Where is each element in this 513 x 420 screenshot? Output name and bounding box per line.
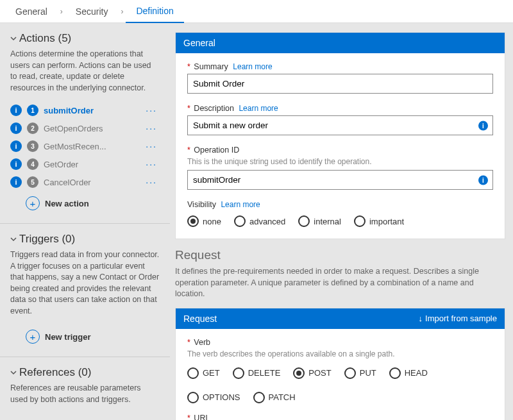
verb-label: * Verb: [187, 338, 493, 347]
info-icon: i: [10, 140, 22, 152]
sidebar-action-item[interactable]: i4GetOrder···: [10, 155, 160, 173]
action-number-badge: 1: [27, 105, 38, 116]
sidebar-triggers-desc: Triggers read data in from your connecto…: [10, 249, 160, 317]
visibility-learn-more-link[interactable]: Learn more: [221, 200, 260, 209]
chevron-down-icon: [10, 35, 17, 42]
verb-radio-put[interactable]: PUT: [344, 367, 376, 379]
tab-general[interactable]: General: [5, 0, 58, 23]
visibility-radio-internal[interactable]: internal: [298, 215, 341, 227]
verb-radio-post[interactable]: POST: [293, 367, 331, 379]
operation-id-label: * Operation ID: [187, 146, 493, 155]
info-icon: i: [10, 176, 22, 188]
request-section-title: Request: [175, 248, 505, 262]
new-trigger-button[interactable]: + New trigger: [10, 324, 160, 348]
breadcrumb-tabs: General › Security › Definition: [0, 0, 513, 23]
action-label: GetOpenOrders: [44, 124, 138, 133]
sidebar-references-title: References (0): [19, 366, 91, 379]
sidebar-references-header[interactable]: References (0): [10, 366, 160, 379]
more-icon[interactable]: ···: [143, 177, 160, 187]
verb-radio-get[interactable]: GET: [187, 367, 220, 379]
request-panel-header: Request Import from sample: [176, 308, 505, 329]
chevron-right-icon: ›: [118, 7, 126, 16]
info-icon: i: [10, 105, 22, 116]
info-icon: i: [10, 122, 22, 134]
general-panel: General * Summary Learn more * Descripti…: [175, 32, 505, 239]
description-input[interactable]: [187, 115, 493, 135]
sidebar-actions-header[interactable]: Actions (5): [10, 32, 160, 45]
sidebar-action-item[interactable]: i2GetOpenOrders···: [10, 119, 160, 137]
chevron-down-icon: [10, 236, 17, 242]
description-learn-more-link[interactable]: Learn more: [239, 104, 278, 113]
required-star-icon: *: [187, 338, 190, 347]
sidebar-actions-desc: Actions determine the operations that us…: [10, 49, 160, 94]
info-icon: i: [10, 158, 22, 170]
action-label: CancelOrder: [44, 178, 138, 187]
sidebar-references-desc: References are reusable parameters used …: [10, 383, 160, 405]
sidebar-action-item[interactable]: i3GetMostRecen...···: [10, 137, 160, 155]
plus-icon: +: [26, 196, 40, 210]
info-icon[interactable]: i: [478, 121, 488, 130]
more-icon[interactable]: ···: [143, 159, 160, 169]
action-label: submitOrder: [44, 106, 138, 115]
request-section-desc: It defines the pre-requirements needed i…: [175, 266, 505, 300]
action-label: GetMostRecen...: [44, 142, 138, 151]
import-from-sample-link[interactable]: Import from sample: [419, 314, 497, 323]
required-star-icon: *: [187, 414, 190, 421]
verb-hint: The verb describes the operations availa…: [187, 349, 493, 358]
required-star-icon: *: [187, 146, 190, 155]
actions-list: i1submitOrder···i2GetOpenOrders···i3GetM…: [10, 101, 160, 191]
sidebar-action-item[interactable]: i1submitOrder···: [10, 101, 160, 119]
general-panel-header: General: [176, 33, 505, 53]
visibility-radio-important[interactable]: important: [354, 215, 404, 227]
verb-radio-head[interactable]: HEAD: [389, 367, 428, 379]
required-star-icon: *: [187, 62, 190, 71]
info-icon[interactable]: i: [478, 175, 488, 185]
action-number-badge: 2: [27, 122, 38, 134]
visibility-radio-none[interactable]: none: [187, 215, 221, 227]
description-label: * Description Learn more: [187, 104, 493, 113]
chevron-right-icon: ›: [58, 7, 65, 16]
new-action-label: New action: [45, 199, 89, 208]
required-star-icon: *: [187, 104, 190, 113]
sidebar-actions-title: Actions (5): [19, 32, 71, 45]
plus-icon: +: [26, 330, 40, 344]
more-icon[interactable]: ···: [143, 141, 160, 151]
operation-id-hint: This is the unique string used to identi…: [187, 157, 493, 166]
summary-learn-more-link[interactable]: Learn more: [233, 62, 272, 71]
verb-radio-group: GET DELETE POST PUT HEAD OPTIONS PATCH: [187, 367, 493, 403]
action-number-badge: 5: [27, 176, 38, 188]
visibility-radio-advanced[interactable]: advanced: [234, 215, 285, 227]
verb-radio-patch[interactable]: PATCH: [253, 392, 296, 403]
new-trigger-label: New trigger: [45, 332, 91, 342]
request-panel: Request Import from sample * Verb The ve…: [175, 308, 505, 421]
chevron-down-icon: [10, 369, 17, 376]
verb-radio-delete[interactable]: DELETE: [233, 367, 281, 379]
main-content: General * Summary Learn more * Descripti…: [170, 23, 513, 420]
visibility-radio-group: none advanced internal important: [187, 215, 493, 227]
operation-id-input[interactable]: [187, 170, 493, 190]
sidebar-triggers-header[interactable]: Triggers (0): [10, 233, 160, 246]
download-icon: [419, 314, 423, 323]
sidebar-triggers-title: Triggers (0): [19, 233, 75, 246]
new-action-button[interactable]: + New action: [10, 191, 160, 214]
more-icon[interactable]: ···: [143, 123, 160, 133]
url-label: * URL: [187, 414, 493, 421]
sidebar: Actions (5) Actions determine the operat…: [0, 23, 170, 420]
more-icon[interactable]: ···: [143, 105, 160, 115]
summary-input[interactable]: [187, 74, 493, 94]
action-number-badge: 4: [27, 158, 38, 170]
sidebar-action-item[interactable]: i5CancelOrder···: [10, 173, 160, 191]
tab-security[interactable]: Security: [65, 0, 119, 23]
action-number-badge: 3: [27, 140, 38, 152]
verb-radio-options[interactable]: OPTIONS: [187, 392, 240, 403]
summary-label: * Summary Learn more: [187, 62, 493, 71]
tab-definition[interactable]: Definition: [126, 0, 183, 23]
visibility-label: Visibility Learn more: [187, 200, 493, 209]
action-label: GetOrder: [44, 160, 138, 169]
